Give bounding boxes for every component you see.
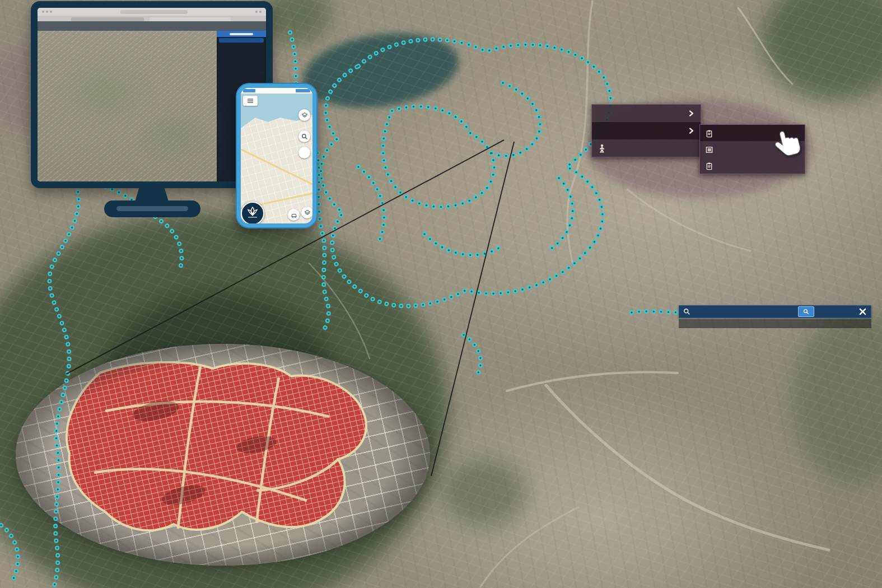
phone-search-button[interactable] xyxy=(298,130,310,142)
monitor-base xyxy=(104,200,200,217)
monitor-screen xyxy=(38,8,266,181)
search-criteria-panel xyxy=(679,305,871,328)
search-icon xyxy=(683,308,690,315)
context-menu-item-bilgi[interactable] xyxy=(592,105,701,122)
screenshot-root xyxy=(0,0,882,588)
clipboard-icon xyxy=(705,129,713,138)
municipality-logo xyxy=(241,202,264,223)
clipboard-icon xyxy=(705,162,713,170)
phone-status-bar xyxy=(241,88,312,94)
close-icon[interactable] xyxy=(858,307,867,316)
browser-titlebar xyxy=(38,8,266,16)
phone-screen xyxy=(241,88,312,223)
phone-pharmacy-button[interactable] xyxy=(298,147,310,158)
phone-layers-button[interactable] xyxy=(298,109,310,121)
browser-tab[interactable] xyxy=(150,17,231,21)
gis-toolbar[interactable] xyxy=(38,21,266,31)
context-menu xyxy=(591,104,701,157)
monitor-stand xyxy=(135,188,169,202)
parcel-query-form xyxy=(679,319,871,328)
search-icon xyxy=(803,309,809,315)
phone-transport-button[interactable] xyxy=(288,209,300,221)
chevron-right-icon xyxy=(688,110,695,117)
list-icon xyxy=(705,146,713,154)
panel-search-button[interactable] xyxy=(798,306,814,317)
search-panel-header xyxy=(679,305,871,318)
context-menu-item-sokak-gorunumu[interactable] xyxy=(592,139,701,157)
phone-mockup xyxy=(236,83,318,228)
phone-location-button[interactable] xyxy=(301,207,312,218)
browser-tab[interactable] xyxy=(71,17,144,21)
browser-address-bar[interactable] xyxy=(120,10,188,14)
pegman-icon xyxy=(598,144,606,153)
browser-tabs[interactable] xyxy=(38,16,266,21)
context-menu-item-rapor[interactable] xyxy=(592,122,701,139)
layers-panel-header xyxy=(217,31,266,37)
chevron-right-icon xyxy=(688,127,695,134)
phone-menu-button[interactable] xyxy=(243,96,258,106)
